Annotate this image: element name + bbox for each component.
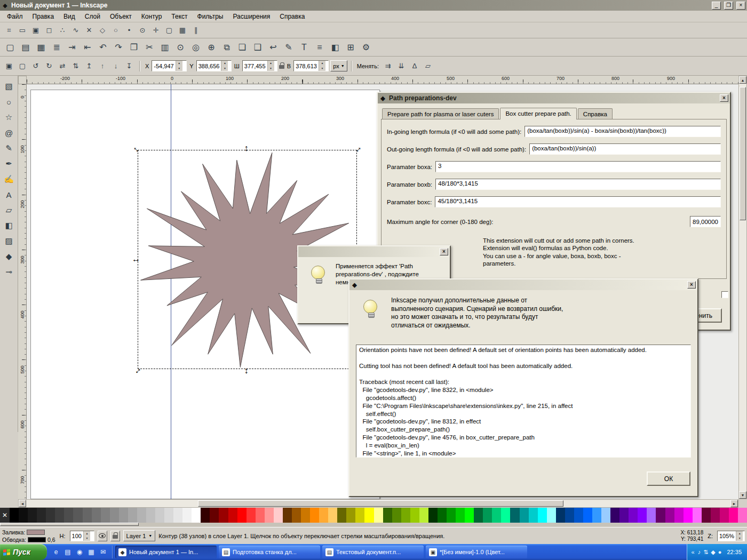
palette-swatch[interactable]: [346, 508, 355, 523]
minimize-button[interactable]: _: [712, 2, 721, 10]
calligraphy-tool[interactable]: ✍: [2, 172, 17, 187]
cut-button[interactable]: ✂: [142, 40, 157, 55]
connector-tool[interactable]: ⊸: [2, 265, 17, 279]
palette-swatch[interactable]: [137, 508, 146, 523]
redo-button[interactable]: ↷: [111, 40, 126, 55]
palette-swatch[interactable]: [201, 508, 210, 523]
ie-icon[interactable]: e: [51, 547, 61, 557]
palette-swatch[interactable]: [101, 508, 110, 523]
palette-swatch[interactable]: [228, 508, 237, 523]
selection-handle-w[interactable]: ↔: [132, 255, 140, 263]
palette-swatch[interactable]: [438, 508, 447, 523]
field-input[interactable]: 45/180*3,1415: [435, 196, 721, 207]
import-button[interactable]: ⇥: [65, 40, 80, 55]
max-angle-input[interactable]: 89,00000▲▼: [690, 216, 721, 227]
spiral-tool[interactable]: @: [2, 125, 17, 140]
select-original-button[interactable]: ↩: [266, 40, 281, 55]
palette-swatch[interactable]: [119, 508, 128, 523]
palette-swatch[interactable]: [419, 508, 428, 523]
palette-swatch[interactable]: [574, 508, 583, 523]
layers-dialog-button[interactable]: ≡: [312, 40, 327, 55]
palette-swatch[interactable]: [19, 508, 28, 523]
volume-icon[interactable]: ♪: [698, 549, 701, 556]
zoom-spinner[interactable]: ▲▼: [736, 531, 743, 541]
paste-button[interactable]: ▥: [157, 40, 172, 55]
save-document-button[interactable]: ▦: [34, 40, 49, 55]
zoom-page-button[interactable]: ⊕: [204, 40, 219, 55]
close-button[interactable]: ×: [736, 2, 745, 10]
fill-stroke-dialog-button[interactable]: ◧: [328, 40, 343, 55]
layer-lock-button[interactable]: [110, 531, 120, 541]
palette-swatch[interactable]: [410, 508, 419, 523]
lock-ratio-icon[interactable]: [279, 62, 284, 69]
palette-swatch[interactable]: [374, 508, 383, 523]
media-player-icon[interactable]: ◉: [75, 547, 84, 557]
stroke-swatch[interactable]: [28, 537, 46, 542]
menu-item[interactable]: Правка: [28, 11, 59, 22]
palette-swatch[interactable]: [629, 508, 638, 523]
menu-item[interactable]: Контур: [137, 11, 166, 22]
snap-cusp-nodes-button[interactable]: ◇: [96, 24, 109, 37]
start-button[interactable]: Пуск: [0, 544, 47, 560]
palette-swatch[interactable]: [556, 508, 565, 523]
snap-grid-button[interactable]: ▦: [176, 24, 189, 37]
flip-vertical-button[interactable]: ⇅: [69, 60, 82, 73]
snap-bbox-edges-button[interactable]: ▣: [29, 24, 42, 37]
create-clone-button[interactable]: ❏: [235, 40, 250, 55]
palette-swatch[interactable]: [83, 508, 92, 523]
palette-swatch[interactable]: [638, 508, 647, 523]
tray-chevron[interactable]: «: [692, 549, 695, 555]
tray-clock[interactable]: 22:35: [725, 549, 742, 555]
snap-page-border-button[interactable]: ▢: [163, 24, 176, 37]
dialog-close-button[interactable]: ×: [687, 281, 696, 289]
menu-item[interactable]: Слой: [80, 11, 105, 22]
palette-swatch[interactable]: [274, 508, 283, 523]
snap-nodes-button[interactable]: ∴: [56, 24, 69, 37]
palette-swatch[interactable]: [447, 508, 456, 523]
palette-swatch[interactable]: [164, 508, 173, 523]
max-angle-spinner[interactable]: ▲▼: [720, 217, 721, 227]
palette-swatch[interactable]: [383, 508, 392, 523]
horizontal-scroll-thumb[interactable]: [198, 500, 563, 507]
snap-enable-button[interactable]: ⌗: [3, 24, 15, 37]
taskbar-task[interactable]: ◆ Новый документ 1 — In...: [115, 546, 217, 558]
palette-swatch[interactable]: [465, 508, 474, 523]
folder-icon[interactable]: ▦: [86, 547, 96, 557]
snap-object-centers-button[interactable]: ⊙: [136, 24, 149, 37]
palette-swatch[interactable]: [37, 508, 46, 523]
vertical-scrollbar[interactable]: ▲ ▼: [738, 76, 747, 499]
palette-swatch[interactable]: [64, 508, 73, 523]
dropper-tool[interactable]: ◆: [2, 249, 17, 264]
dialog-close-button[interactable]: ×: [720, 94, 728, 102]
raise-to-top-button[interactable]: ↥: [83, 60, 96, 73]
mail-icon[interactable]: ✉: [98, 547, 108, 557]
palette-swatch[interactable]: [583, 508, 592, 523]
layer-visibility-button[interactable]: [98, 531, 107, 541]
palette-swatch[interactable]: [720, 508, 729, 523]
palette-swatch[interactable]: [301, 508, 310, 523]
ok-button[interactable]: ОК: [647, 471, 690, 486]
width-field[interactable]: 377,455▲▼: [242, 60, 277, 71]
palette-swatch[interactable]: [474, 508, 483, 523]
gradient-tool[interactable]: ▨: [2, 234, 17, 249]
palette-swatch[interactable]: [92, 508, 101, 523]
palette-swatch[interactable]: [192, 508, 201, 523]
zoom-drawing-button[interactable]: ◎: [188, 40, 203, 55]
zoom-selection-button[interactable]: ⊙: [173, 40, 188, 55]
palette-swatch[interactable]: [601, 508, 610, 523]
restore-button[interactable]: ❐: [724, 2, 733, 10]
snap-paths-button[interactable]: ∿: [69, 24, 82, 37]
palette-swatch[interactable]: [492, 508, 501, 523]
palette-swatch[interactable]: [392, 508, 401, 523]
palette-swatch[interactable]: [247, 508, 256, 523]
snap-smooth-nodes-button[interactable]: ○: [109, 24, 122, 37]
new-document-button[interactable]: ▢: [3, 40, 18, 55]
preferences-button[interactable]: ⚙: [359, 40, 374, 55]
dialog-tab[interactable]: Справка: [578, 108, 613, 119]
units-dropdown[interactable]: px▼: [330, 60, 347, 71]
open-document-button[interactable]: ▤: [18, 40, 33, 55]
no-color-swatch[interactable]: ✕: [0, 508, 10, 523]
palette-swatch[interactable]: [547, 508, 556, 523]
text-tool[interactable]: A: [2, 187, 17, 202]
paint-bucket-tool[interactable]: ◧: [2, 218, 17, 233]
